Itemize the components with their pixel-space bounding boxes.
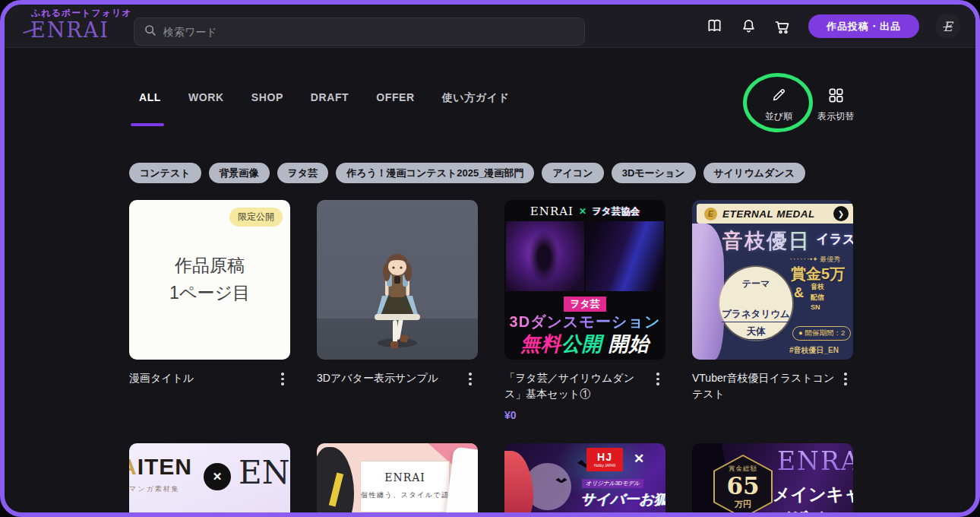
red-hair-illustration — [504, 451, 533, 517]
photo-right — [586, 221, 664, 291]
card-menu-button[interactable] — [275, 370, 290, 385]
card-menu-button[interactable] — [838, 370, 853, 385]
vtuber-name: 音枝優日 — [722, 227, 811, 255]
active-tab-underline — [131, 123, 164, 126]
tab-all[interactable]: ALL — [139, 91, 161, 105]
card-wotagei-thumbnail[interactable]: ENRAI ✕ ヲタ芸協会 ヲタ芸 3Dダンスモーション 無料公開 開始 — [504, 200, 665, 360]
card-title-row: 漫画タイトル — [129, 370, 290, 386]
card-manga: 限定公開 作品原稿 1ページ目 漫画タイトル — [129, 200, 290, 421]
enrai-logo: ENRAI — [361, 471, 449, 484]
bell-icon[interactable] — [737, 15, 760, 38]
coin-icon: E — [704, 208, 717, 220]
grid-icon — [809, 85, 862, 105]
filter-chips: コンテスト 背景画像 ヲタ芸 作ろう！漫画コンテスト2025_漫画部門 アイコン… — [129, 163, 805, 183]
card-title-row: 3Dアバター表示サンプル — [317, 370, 478, 386]
contest-hashtag: #音枝優日_EN — [789, 345, 839, 356]
card-price: ¥0 — [504, 409, 665, 421]
aiten-subtitle: マンガ素材集 — [129, 484, 180, 494]
card-contest-thumbnail[interactable]: E ETERNAL MEDAL ❯ 音枝優日 イラスト ･･････•✦ 最優秀… — [692, 200, 853, 360]
card-wotagei-set: ENRAI ✕ ヲタ芸協会 ヲタ芸 3Dダンスモーション 無料公開 開始 — [504, 200, 665, 421]
content-tabs: ALL WORK SHOP DRAFT OFFER 使い方ガイド — [139, 91, 510, 105]
card-3d-avatar: 3Dアバター表示サンプル — [317, 200, 478, 421]
user-avatar[interactable]: E — [935, 14, 960, 39]
limited-badge: 限定公開 — [229, 208, 283, 227]
cross-icon: ✕ — [579, 206, 586, 217]
prize-text: 賞金5万 — [791, 264, 845, 284]
brand-slogan: 個性纏う、スタイルで語る — [361, 490, 449, 500]
wotagei-header: ENRAI ✕ ヲタ芸協会 — [504, 205, 665, 218]
card-aiten-thumbnail[interactable]: AITEN マンガ素材集 ✕ ENR — [129, 443, 290, 517]
card-manga-thumbnail[interactable]: 限定公開 作品原稿 1ページ目 — [129, 200, 290, 360]
header-actions: 作品投稿・出品 E — [703, 5, 960, 48]
wotagei-tag-row: ヲタ芸 — [504, 297, 665, 312]
view-toggle-label: 表示切替 — [809, 110, 862, 123]
aiten-logo: AITEN — [129, 454, 192, 480]
card-title[interactable]: 漫画タイトル — [129, 370, 275, 386]
enrai-logo: ENR — [239, 454, 290, 491]
sort-label: 並び順 — [752, 110, 805, 123]
card-main-chara-thumbnail[interactable]: 賞金総額 65 万円 ENRA メインキャラ デザインコン — [692, 443, 853, 517]
site-logo[interactable]: ENRAI — [30, 20, 109, 40]
app-window: ふれるポートフォリオ ENRAI — [0, 0, 980, 517]
card-illust-contest: E ETERNAL MEDAL ❯ 音枝優日 イラスト ･･････•✦ 最優秀… — [692, 200, 853, 421]
eternal-medal-band: E ETERNAL MEDAL ❯ — [697, 204, 853, 224]
card-menu-button[interactable] — [463, 370, 478, 385]
chip-3d-motion[interactable]: 3Dモーション — [612, 163, 696, 183]
card-title[interactable]: 「ヲタ芸／サイリウムダンス」基本セット① — [504, 370, 650, 402]
wotagei-release-text: 無料公開 開始 — [504, 331, 665, 357]
model-type-chip: オリジナル3Dモデル — [582, 479, 643, 488]
chip-contest[interactable]: コンテスト — [129, 163, 201, 183]
contest-headline-line2: デザインコン — [773, 507, 853, 517]
enrai-logo: ENRA — [777, 446, 853, 476]
header: ふれるポートフォリオ ENRAI — [5, 5, 975, 48]
tab-work[interactable]: WORK — [188, 91, 224, 105]
brand-panel: ENRAI 個性纏う、スタイルで語る — [360, 461, 450, 512]
chip-manga-contest[interactable]: 作ろう！漫画コンテスト2025_漫画部門 — [336, 163, 534, 183]
sort-button[interactable]: 並び順 — [752, 85, 805, 123]
tab-shop[interactable]: SHOP — [251, 91, 283, 105]
chip-icon[interactable]: アイコン — [542, 163, 603, 183]
card-grid-row1: 限定公開 作品原稿 1ページ目 漫画タイトル — [129, 200, 853, 421]
tab-offer[interactable]: OFFER — [376, 91, 414, 105]
tab-guide[interactable]: 使い方ガイド — [442, 91, 510, 105]
photo-left — [506, 221, 584, 291]
wotagei-tag: ヲタ芸 — [564, 297, 606, 312]
card-style-thumbnail[interactable]: ENRAI 個性纏う、スタイルで語る — [317, 443, 478, 517]
partner-name: ヲタ芸協会 — [592, 205, 640, 218]
fox-model-headline: サイバーお狐ニン — [580, 490, 665, 509]
search-bar[interactable] — [134, 17, 585, 46]
arrow-icon: ❯ — [833, 206, 849, 221]
chip-cyalume-dance[interactable]: サイリウムダンス — [703, 163, 805, 183]
card-title[interactable]: 3Dアバター表示サンプル — [317, 370, 463, 386]
pencil-icon — [752, 85, 805, 105]
chip-wotagei[interactable]: ヲタ芸 — [277, 163, 329, 183]
tab-draft[interactable]: DRAFT — [311, 91, 349, 105]
contest-category: イラスト — [816, 230, 853, 248]
card-title[interactable]: VTuber音枝優日イラストコンテスト — [692, 370, 838, 402]
enrai-logo-small: ENRAI — [530, 205, 574, 218]
card-menu-button[interactable] — [650, 370, 665, 385]
search-input[interactable] — [163, 26, 575, 38]
cart-icon[interactable] — [771, 15, 794, 38]
contest-period: ● 開催期間：2 — [792, 326, 851, 341]
card-grid-row2: AITEN マンガ素材集 ✕ ENR ENRAI 個性纏う、スタイルで語る — [129, 443, 853, 517]
card-avatar-thumbnail[interactable] — [317, 200, 478, 360]
character-left-illustration — [317, 447, 354, 517]
submit-work-button[interactable]: 作品投稿・出品 — [808, 14, 919, 38]
cross-icon: ✕ — [634, 451, 644, 467]
manga-thumb-text: 作品原稿 1ページ目 — [129, 252, 290, 306]
contest-headline-line1: メインキャラ — [773, 483, 853, 506]
wotagei-photos — [506, 221, 664, 291]
cross-icon: ✕ — [204, 463, 231, 490]
theme-circle: テーマ プラネタリウム 天体 — [719, 267, 792, 340]
chip-background[interactable]: 背景画像 — [209, 163, 270, 183]
wotagei-headline: 3Dダンスモーション — [504, 312, 665, 332]
card-title-row: VTuber音枝優日イラストコンテスト — [692, 370, 853, 402]
avatar-figure-illustration — [317, 200, 478, 360]
card-title-row: 「ヲタ芸／サイリウムダンス」基本セット① — [504, 370, 665, 402]
guide-book-icon[interactable] — [703, 15, 726, 38]
view-toggle-button[interactable]: 表示切替 — [809, 85, 862, 123]
hj-logo-badge: HJ Hobby JAPAN — [586, 448, 623, 471]
card-cyber-fox-thumbnail[interactable]: HJ Hobby JAPAN ✕ オリジナル3Dモデル サイバーお狐ニン — [504, 443, 665, 517]
search-icon — [144, 24, 156, 40]
